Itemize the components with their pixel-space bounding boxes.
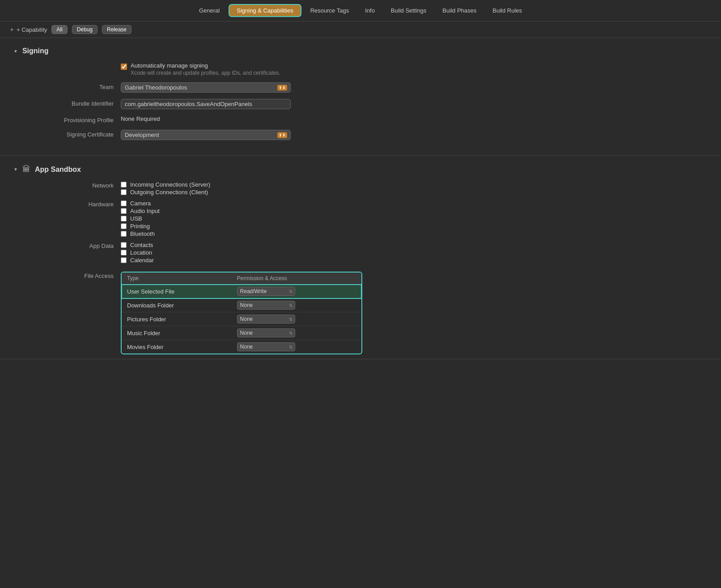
filter-release-button[interactable]: Release xyxy=(102,25,131,34)
file-access-permission-cell: NoneRead OnlyRead/Write xyxy=(232,298,361,312)
auto-manage-text: Automatically manage signing Xcode will … xyxy=(131,62,280,76)
hardware-label: Hardware xyxy=(13,200,121,208)
team-label: Team xyxy=(13,82,121,90)
app-sandbox-form: Network Incoming Connections (Server) Ou… xyxy=(0,181,721,354)
network-label: Network xyxy=(13,181,121,189)
audio-input-label: Audio Input xyxy=(130,208,160,214)
bundle-identifier-label: Bundle Identifier xyxy=(13,99,121,107)
toolbar: ＋ + Capability All Debug Release xyxy=(0,21,721,38)
app-sandbox-header[interactable]: ▼ 🏛 App Sandbox xyxy=(0,165,721,181)
calendar-row: Calendar xyxy=(121,257,708,264)
file-access-permission-cell: NoneRead OnlyRead/Write xyxy=(232,326,361,340)
auto-manage-checkbox[interactable] xyxy=(121,64,127,70)
file-access-row: Movies FolderNoneRead OnlyRead/Write xyxy=(122,340,361,354)
incoming-connections-label: Incoming Connections (Server) xyxy=(130,181,210,188)
add-capability-button[interactable]: ＋ + Capability xyxy=(9,26,47,34)
printing-checkbox[interactable] xyxy=(121,223,127,229)
team-value: Gabriel Theodoropoulos xyxy=(121,82,708,93)
col-type: Type xyxy=(122,273,232,285)
file-access-section: File Access Type Permission & Access Use… xyxy=(13,272,708,354)
tab-signing-capabilities[interactable]: Signing & Capabilities xyxy=(229,4,301,17)
camera-label: Camera xyxy=(130,200,151,207)
file-access-header-row: Type Permission & Access xyxy=(122,273,361,285)
outgoing-connections-checkbox[interactable] xyxy=(121,189,127,195)
auto-manage-content: Automatically manage signing Xcode will … xyxy=(121,62,280,76)
tab-info[interactable]: Info xyxy=(358,5,382,16)
app-sandbox-section: ▼ 🏛 App Sandbox Network Incoming Connect… xyxy=(0,156,721,359)
file-access-type-cell: User Selected File xyxy=(122,285,232,298)
file-access-type-cell: Movies Folder xyxy=(122,340,232,354)
file-access-type-cell: Music Folder xyxy=(122,326,232,340)
col-permission: Permission & Access xyxy=(232,273,361,285)
file-access-type-cell: Pictures Folder xyxy=(122,312,232,326)
tab-build-rules[interactable]: Build Rules xyxy=(485,5,529,16)
file-access-table: Type Permission & Access User Selected F… xyxy=(122,273,361,354)
provisioning-profile-label: Provisioning Profile xyxy=(13,115,121,124)
tab-build-phases[interactable]: Build Phases xyxy=(435,5,483,16)
filter-debug-button[interactable]: Debug xyxy=(72,25,98,34)
app-sandbox-title: App Sandbox xyxy=(35,166,81,174)
permission-select-wrapper: NoneRead OnlyRead/Write xyxy=(237,328,295,337)
bundle-identifier-value xyxy=(121,99,708,109)
auto-manage-note: Xcode will create and update profiles, a… xyxy=(131,70,280,76)
signing-cert-select[interactable]: Development xyxy=(121,130,291,140)
permission-select-wrapper: NoneRead OnlyRead/Write xyxy=(237,342,295,351)
file-access-table-wrapper: Type Permission & Access User Selected F… xyxy=(121,272,362,354)
location-checkbox[interactable] xyxy=(121,250,127,256)
hardware-checks: Camera Audio Input USB Printing xyxy=(121,200,708,238)
bundle-identifier-input[interactable] xyxy=(121,99,291,109)
signing-section-header[interactable]: ▼ Signing xyxy=(0,47,721,62)
file-access-row: Pictures FolderNoneRead OnlyRead/Write xyxy=(122,312,361,326)
usb-checkbox[interactable] xyxy=(121,216,127,222)
signing-certificate-value: Development xyxy=(121,130,708,140)
file-access-type-cell: Downloads Folder xyxy=(122,298,232,312)
permission-select[interactable]: NoneRead OnlyRead/Write xyxy=(237,287,295,296)
contacts-row: Contacts xyxy=(121,242,708,248)
file-access-permission-cell: NoneRead OnlyRead/Write xyxy=(232,340,361,354)
hardware-group: Hardware Camera Audio Input USB xyxy=(13,200,708,238)
file-access-permission-cell: NoneRead OnlyRead/Write xyxy=(232,312,361,326)
outgoing-connections-label: Outgoing Connections (Client) xyxy=(130,189,208,196)
printing-row: Printing xyxy=(121,223,708,230)
signing-section-title: Signing xyxy=(22,47,49,55)
tab-build-settings[interactable]: Build Settings xyxy=(384,5,434,16)
permission-select-wrapper: NoneRead OnlyRead/Write xyxy=(237,315,295,324)
team-select[interactable]: Gabriel Theodoropoulos xyxy=(121,82,291,93)
file-access-row: User Selected FileNoneRead OnlyRead/Writ… xyxy=(122,285,361,298)
provisioning-profile-row: Provisioning Profile None Required xyxy=(13,115,708,124)
location-label: Location xyxy=(130,249,152,256)
signing-certificate-label: Signing Certificate xyxy=(13,130,121,138)
incoming-connections-row: Incoming Connections (Server) xyxy=(121,181,708,188)
network-group: Network Incoming Connections (Server) Ou… xyxy=(13,181,708,196)
file-access-row: Music FolderNoneRead OnlyRead/Write xyxy=(122,326,361,340)
tab-resource-tags[interactable]: Resource Tags xyxy=(303,5,356,16)
bluetooth-row: Bluetooth xyxy=(121,230,708,237)
signing-form: Automatically manage signing Xcode will … xyxy=(0,62,721,140)
contacts-label: Contacts xyxy=(130,242,153,248)
contacts-checkbox[interactable] xyxy=(121,242,127,248)
camera-checkbox[interactable] xyxy=(121,200,127,206)
audio-input-checkbox[interactable] xyxy=(121,208,127,214)
app-sandbox-chevron-icon: ▼ xyxy=(13,167,18,172)
bluetooth-label: Bluetooth xyxy=(130,230,155,237)
bluetooth-checkbox[interactable] xyxy=(121,231,127,237)
permission-select[interactable]: NoneRead OnlyRead/Write xyxy=(237,301,295,310)
main-content: ▼ Signing Automatically manage signing X… xyxy=(0,38,721,377)
signing-cert-select-wrapper: Development xyxy=(121,130,291,140)
network-checks: Incoming Connections (Server) Outgoing C… xyxy=(121,181,708,196)
signing-chevron-icon: ▼ xyxy=(13,49,18,54)
team-select-wrapper: Gabriel Theodoropoulos xyxy=(121,82,291,93)
app-sandbox-icon: 🏛 xyxy=(22,165,30,174)
permission-select[interactable]: NoneRead OnlyRead/Write xyxy=(237,342,295,351)
filter-all-button[interactable]: All xyxy=(51,25,67,34)
camera-row: Camera xyxy=(121,200,708,207)
file-access-label: File Access xyxy=(13,272,121,279)
tab-general[interactable]: General xyxy=(192,5,227,16)
app-data-group: App Data Contacts Location Calendar xyxy=(13,242,708,264)
signing-section: ▼ Signing Automatically manage signing X… xyxy=(0,38,721,156)
incoming-connections-checkbox[interactable] xyxy=(121,182,127,187)
calendar-checkbox[interactable] xyxy=(121,257,127,263)
app-data-checks: Contacts Location Calendar xyxy=(121,242,708,264)
permission-select[interactable]: NoneRead OnlyRead/Write xyxy=(237,328,295,337)
permission-select[interactable]: NoneRead OnlyRead/Write xyxy=(237,315,295,324)
